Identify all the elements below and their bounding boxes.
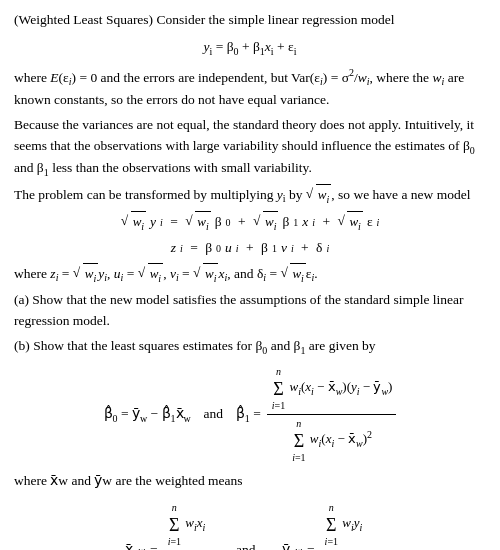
main-title: (Weighted Least Squares) Consider the si…	[14, 10, 486, 31]
para1: where E(εi) = 0 and the errors are indep…	[14, 65, 486, 111]
where-z: where zi = wiyi, ui = wi, vi = wixi, and…	[14, 263, 486, 286]
ybar-w: ȳw = nΣi=1 wiyi nΣi=1 wi .	[282, 500, 374, 550]
part-a: (a) Show that the new model satisfies th…	[14, 290, 486, 332]
para2: Because the variances are not equal, the…	[14, 115, 486, 180]
new-model-eq1: wiyi = wiβ0 + wiβ1xi + wiεi	[14, 211, 486, 234]
part-a-label: (a)	[14, 292, 29, 307]
part-b-label: (b)	[14, 338, 30, 353]
where-means: where x̄w and ȳw are the weighted means	[14, 471, 486, 492]
weighted-means: x̄w = nΣi=1 wixi nΣi=1 wi and ȳw = nΣi=1…	[14, 500, 486, 550]
para3: The problem can be transformed by multip…	[14, 184, 486, 207]
model-equation: yi = β0 + β1xi + εi	[14, 37, 486, 59]
new-model-eq2: zi = β0ui + β1vi + δi	[14, 238, 486, 259]
and-connector: and	[229, 540, 262, 550]
xbar-w: x̄w = nΣi=1 wixi nΣi=1 wi	[125, 500, 209, 550]
part-b: (b) Show that the least squares estimate…	[14, 336, 486, 358]
beta-estimates: β̂0 = ȳw − β̂1x̄w and β̂1 = nΣi=1 wi(xi …	[14, 364, 486, 465]
